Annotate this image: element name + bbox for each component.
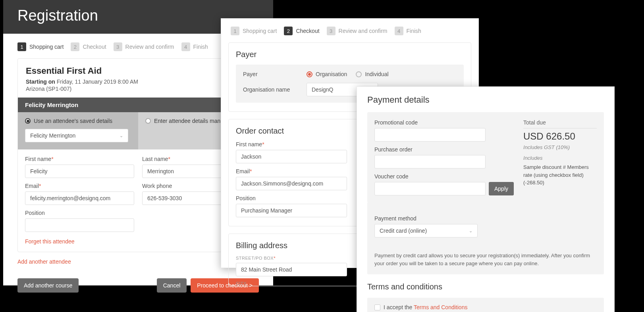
chevron-down-icon: ⌄: [469, 228, 472, 234]
step-review[interactable]: 3Review and confirm: [114, 42, 174, 51]
step-indicator-2: 1Shopping cart 2Checkout 3Review and con…: [221, 19, 478, 42]
field-first-name: First name*: [25, 156, 134, 178]
step-shopping-cart[interactable]: 1Shopping cart: [17, 42, 64, 51]
radio-individual[interactable]: Individual: [356, 71, 388, 77]
field-promo: Promotional code: [374, 119, 514, 142]
payment-box: Promotional code Purchase order Voucher …: [367, 112, 604, 203]
terms-box: I accept the Terms and Conditions: [367, 298, 604, 312]
discount-text: Sample discount # Members rate (using ch…: [523, 163, 597, 187]
terms-link[interactable]: Terms and Conditions: [414, 304, 467, 310]
radio-manual[interactable]: [145, 118, 151, 124]
po-input[interactable]: [374, 155, 486, 168]
first-name-input[interactable]: [25, 165, 134, 178]
voucher-input[interactable]: [374, 182, 486, 195]
course-location: Arizona (SP1-007): [26, 86, 251, 92]
terms-title: Terms and conditions: [367, 282, 604, 291]
payer-title: Payer: [236, 50, 464, 59]
oc-email-input[interactable]: [236, 177, 347, 190]
step-shopping-cart[interactable]: 1Shopping cart: [231, 27, 277, 35]
street-input[interactable]: [236, 263, 347, 276]
includes-label: Includes: [523, 155, 597, 161]
email-input[interactable]: [25, 191, 134, 205]
oc-first-input[interactable]: [236, 150, 347, 163]
gst-note: Includes GST (10%): [523, 144, 597, 150]
field-voucher: Voucher code Apply: [374, 173, 514, 195]
position-input[interactable]: [25, 218, 134, 232]
step-checkout[interactable]: 2Checkout: [71, 42, 106, 51]
field-po: Purchase order: [374, 146, 514, 168]
field-email: Email*: [25, 183, 134, 205]
payment-title: Payment details: [367, 95, 604, 105]
step-checkout[interactable]: 2Checkout: [284, 27, 319, 35]
step-finish[interactable]: 4Finish: [395, 27, 421, 35]
field-position: Position: [25, 210, 134, 232]
accept-checkbox[interactable]: [374, 304, 380, 310]
oc-position-input[interactable]: [236, 204, 347, 217]
payment-note: Payment by credit card allows you to sec…: [374, 252, 597, 267]
cancel-button[interactable]: Cancel: [157, 278, 187, 293]
radio-saved[interactable]: [25, 118, 31, 124]
payment-panel: Payment details Promotional code Purchas…: [357, 86, 615, 312]
payer-radio-row: Organisation Individual: [307, 71, 457, 77]
step-review[interactable]: 3Review and confirm: [327, 27, 388, 35]
payment-method-select[interactable]: Credit card (online)⌄: [374, 224, 478, 237]
chevron-down-icon: ⌄: [120, 133, 123, 138]
step-finish[interactable]: 4Finish: [181, 42, 208, 51]
add-course-button[interactable]: Add another course: [17, 278, 79, 293]
course-title: Essential First Aid: [26, 66, 251, 76]
saved-attendee-select[interactable]: Felicity Merrington⌄: [25, 129, 128, 142]
payment-method-label: Payment method: [374, 215, 597, 222]
radio-organisation[interactable]: Organisation: [307, 71, 347, 77]
terms-section: Terms and conditions I accept the Terms …: [357, 274, 614, 312]
payer-label: Payer: [243, 71, 303, 77]
total-amount: USD 626.50: [523, 131, 597, 142]
total-due-label: Total due: [523, 119, 597, 126]
promo-input[interactable]: [374, 128, 486, 142]
org-name-label: Organisation name: [243, 86, 303, 93]
mode-saved[interactable]: Use an attendee's saved details Felicity…: [18, 112, 138, 149]
divider: [523, 128, 597, 128]
course-start: Starting on Friday, 11 January 2019 8:00…: [26, 78, 251, 85]
apply-button[interactable]: Apply: [489, 182, 514, 195]
